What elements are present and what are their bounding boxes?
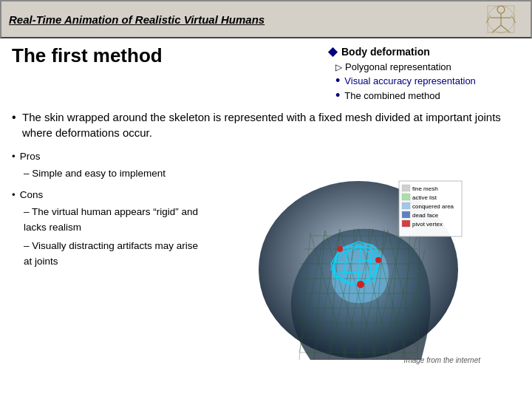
nav-body-deformation: ◆ Body deformation [328,44,520,58]
svg-point-57 [375,257,381,263]
main-content: The first method ◆ Body deformation ▷ Po… [0,38,532,399]
svg-rect-67 [402,220,410,227]
nav-item-visual: • Visual accuracy representation [328,74,520,87]
mesh-svg: fine mesh active list conquered area dea… [251,175,466,364]
vitruvian-icon [479,4,523,34]
svg-rect-61 [402,194,410,200]
mesh-container: fine mesh active list conquered area dea… [219,149,520,393]
svg-point-55 [357,281,364,288]
svg-line-4 [501,25,510,33]
svg-rect-65 [402,211,410,218]
pros-label: • Pros [12,149,204,165]
cons-item-1: – The virtual human appears “rigid” and … [12,205,204,236]
pros-cons-panel: • Pros – Simple and easy to implement • … [12,149,204,393]
pros-item-1: – Simple and easy to implement [12,166,204,182]
nav-item-combined: • The combined method [328,89,520,102]
nav-panel: ◆ Body deformation ▷ Polygonal represent… [313,44,520,103]
top-section: The first method ◆ Body deformation ▷ Po… [12,44,520,103]
svg-text:active list: active list [412,194,437,201]
svg-rect-63 [402,202,410,209]
arrow-right-icon: ▷ [335,62,342,72]
svg-text:dead face: dead face [412,212,439,219]
cons-section: • Cons – The virtual human appears “rigi… [12,188,204,270]
svg-line-3 [492,25,501,33]
diamond-icon: ◆ [328,44,337,58]
svg-rect-59 [402,185,410,191]
page-title: Real-Time Animation of Realistic Virtual… [9,13,265,26]
svg-text:pivot vertex: pivot vertex [412,221,443,228]
bullet-pros: • [12,149,16,165]
image-credit: Image from the internet [404,356,480,364]
bullet-icon-visual: • [335,74,340,87]
svg-text:fine mesh: fine mesh [412,185,438,192]
nav-item-polygonal: ▷ Polygonal representation [328,61,520,72]
svg-point-56 [337,246,343,252]
bullet-icon-combined: • [335,89,340,102]
svg-line-6 [511,16,516,23]
description-text: The skin wrapped around the skeleton is … [12,109,520,140]
title-bar: Real-Time Animation of Realistic Virtual… [0,0,532,38]
cons-item-2: – Visually distracting artifacts may ari… [12,239,204,270]
page-container: Real-Time Animation of Realistic Virtual… [0,0,532,399]
bottom-section: • Pros – Simple and easy to implement • … [12,149,520,393]
cons-label: • Cons [12,188,204,203]
svg-text:conquered area: conquered area [412,203,454,210]
first-method-heading: The first method [12,44,163,67]
svg-line-5 [486,16,491,23]
bullet-cons: • [12,188,16,203]
svg-point-0 [497,6,505,13]
mesh-visualization: fine mesh active list conquered area dea… [251,175,488,367]
pros-section: • Pros – Simple and easy to implement [12,149,204,182]
